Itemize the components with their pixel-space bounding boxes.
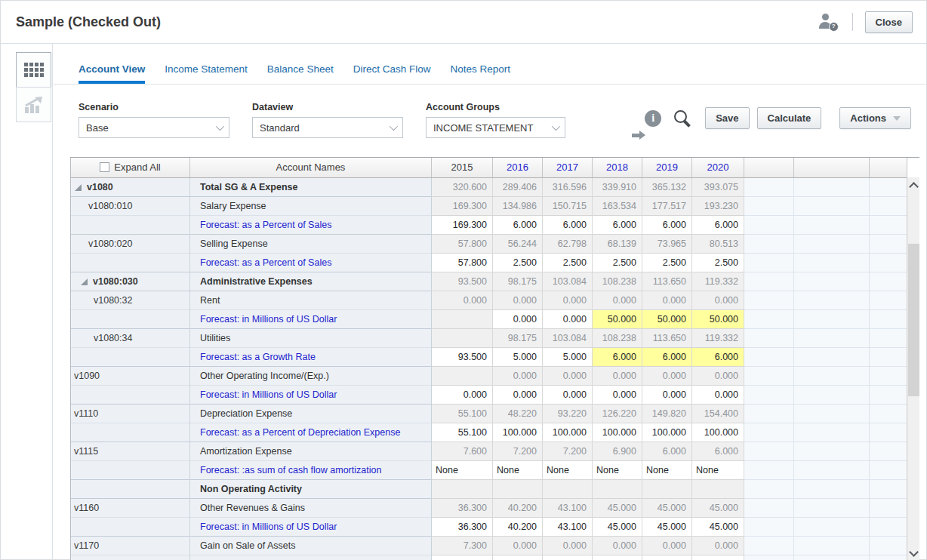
vertical-scrollbar[interactable] [907, 177, 919, 560]
value-cell-2016[interactable]: None [493, 460, 543, 479]
value-cell-2019[interactable]: 2.500 [642, 253, 692, 272]
value-cell-2018[interactable]: None [593, 460, 642, 479]
value-cell-2020[interactable]: 45.000 [692, 517, 744, 536]
collapse-toggle-icon[interactable] [75, 184, 82, 191]
value-cell-2015: 93.500 [432, 272, 493, 291]
value-cell-2018[interactable]: 50.000 [593, 309, 642, 328]
account-groups-select[interactable]: INCOME STATEMENT [426, 117, 565, 138]
value-cell-2015[interactable]: None [432, 460, 493, 479]
dataview-select[interactable]: Standard [252, 117, 403, 138]
value-cell-2018[interactable]: 2.500 [593, 253, 642, 272]
value-cell-2016[interactable]: 0.000 [493, 309, 543, 328]
value-cell-2015[interactable]: 57.800 [432, 253, 493, 272]
column-header-empty [744, 158, 794, 177]
value-cell-2017[interactable]: 5.000 [543, 347, 593, 366]
value-cell-2019[interactable]: 45.000 [642, 517, 692, 536]
value-cell-2016[interactable]: 0.000 [493, 385, 543, 404]
value-cell-2015[interactable]: 93.500 [432, 347, 493, 366]
save-button[interactable]: Save [705, 107, 749, 129]
value-cell-2018[interactable]: 6.000 [593, 347, 642, 366]
value-cell-2015[interactable]: 169.300 [432, 215, 493, 234]
value-cell-2020[interactable]: 100.000 [692, 423, 744, 442]
value-cell-2017[interactable]: 43.100 [543, 517, 593, 536]
value-cell-2020[interactable]: 0.000 [692, 385, 744, 404]
value-cell-2017[interactable]: None [543, 460, 593, 479]
value-cell-2020[interactable]: 6.000 [692, 215, 744, 234]
table-row: Forecast: in Millions of US Dollar0.0000… [71, 385, 907, 404]
value-cell-2019[interactable]: 100.000 [642, 423, 692, 442]
value-cell-2019[interactable]: 6.000 [642, 347, 692, 366]
value-cell-2016[interactable]: 6.000 [493, 215, 543, 234]
value-cell-2016[interactable]: 0.000 [493, 555, 543, 560]
value-cell-2017[interactable]: 2.500 [543, 253, 593, 272]
tab-direct-cash-flow[interactable]: Direct Cash Flow [353, 63, 431, 84]
value-cell-2020[interactable]: 2.500 [692, 253, 744, 272]
table-row: Forecast: : Proceeds from Sale of Assets… [71, 555, 907, 560]
value-cell-2018[interactable]: 45.000 [593, 517, 642, 536]
scroll-up-icon[interactable] [909, 182, 919, 192]
value-cell-2016[interactable]: 2.500 [493, 253, 543, 272]
value-cell-2017[interactable]: 100.000 [543, 423, 593, 442]
scrollbar-thumb[interactable] [908, 244, 919, 396]
value-cell-2018[interactable]: 0.000 [593, 385, 642, 404]
go-arrow-icon[interactable] [632, 131, 647, 140]
chart-view-button[interactable] [16, 87, 51, 122]
value-cell-2020[interactable]: 0.000 [692, 555, 744, 560]
value-cell-2020[interactable]: None [692, 460, 744, 479]
tab-account-view[interactable]: Account View [79, 63, 145, 84]
value-cell-2017[interactable]: 0.000 [543, 555, 593, 560]
value-cell-2015 [432, 309, 493, 328]
calculate-button[interactable]: Calculate [757, 107, 822, 129]
tab-income-statement[interactable]: Income Statement [165, 63, 248, 84]
value-cell-2017[interactable]: 0.000 [543, 385, 593, 404]
empty-cell [794, 309, 870, 328]
forecast-method-link[interactable]: Forecast: :as sum of cash flow amortizat… [190, 460, 432, 479]
tab-balance-sheet[interactable]: Balance Sheet [267, 63, 334, 84]
value-cell-2020[interactable]: 50.000 [692, 309, 744, 328]
value-cell-2019[interactable]: 0.000 [642, 555, 692, 560]
forecast-method-link[interactable]: Forecast: in Millions of US Dollar [190, 385, 432, 404]
column-header-empty [870, 158, 907, 177]
tab-notes-report[interactable]: Notes Report [450, 63, 510, 84]
value-cell-2016[interactable]: 40.200 [493, 517, 543, 536]
value-cell-2016[interactable]: 100.000 [493, 423, 543, 442]
value-cell-2016[interactable]: 5.000 [493, 347, 543, 366]
value-cell-2019[interactable]: 0.000 [642, 385, 692, 404]
value-cell-2015[interactable]: 7.300 [432, 555, 493, 560]
forecast-method-link[interactable]: Forecast: as a Percent of Sales [190, 215, 432, 234]
column-header-2020[interactable]: 2020 [692, 158, 744, 177]
value-cell-2017[interactable]: 0.000 [543, 309, 593, 328]
forecast-method-link[interactable]: Forecast: as a Percent of Depreciation E… [190, 423, 432, 442]
collapse-toggle-icon[interactable] [81, 278, 88, 285]
value-cell-2017[interactable]: 6.000 [543, 215, 593, 234]
value-cell-2019[interactable]: None [642, 460, 692, 479]
value-cell-2020[interactable]: 6.000 [692, 347, 744, 366]
value-cell-2018[interactable]: 100.000 [593, 423, 642, 442]
grid-view-button[interactable] [16, 52, 51, 88]
column-header-2019[interactable]: 2019 [642, 158, 692, 177]
value-cell-2015[interactable]: 55.100 [432, 423, 493, 442]
close-button[interactable]: Close [865, 11, 913, 33]
value-cell-2018[interactable]: 0.000 [593, 555, 642, 560]
value-cell-2019[interactable]: 6.000 [642, 215, 692, 234]
column-header-2017[interactable]: 2017 [543, 158, 593, 177]
forecast-method-link[interactable]: Forecast: in Millions of US Dollar [190, 309, 432, 328]
scenario-select[interactable]: Base [79, 117, 229, 138]
search-icon[interactable] [673, 109, 691, 128]
info-icon[interactable]: i [645, 110, 661, 127]
value-cell-2015[interactable]: 36.300 [432, 517, 493, 536]
forecast-method-link[interactable]: Forecast: : Proceeds from Sale of Assets… [190, 555, 432, 560]
column-header-2016[interactable]: 2016 [493, 158, 543, 177]
forecast-method-link[interactable]: Forecast: as a Percent of Sales [190, 253, 432, 272]
forecast-method-link[interactable]: Forecast: in Millions of US Dollar [190, 517, 432, 536]
value-cell-2015[interactable]: 0.000 [432, 385, 493, 404]
column-header-2018[interactable]: 2018 [593, 158, 642, 177]
actions-menu-button[interactable]: Actions [839, 107, 911, 129]
expand-all-checkbox[interactable] [100, 162, 109, 172]
user-help-icon[interactable]: ? [818, 13, 839, 32]
forecast-method-link[interactable]: Forecast: as a Growth Rate [190, 347, 432, 366]
value-cell-2019[interactable]: 50.000 [642, 309, 692, 328]
value-cell-2018[interactable]: 6.000 [593, 215, 642, 234]
scroll-down-icon[interactable] [909, 547, 919, 557]
value-cell-2016: 48.220 [493, 404, 543, 423]
